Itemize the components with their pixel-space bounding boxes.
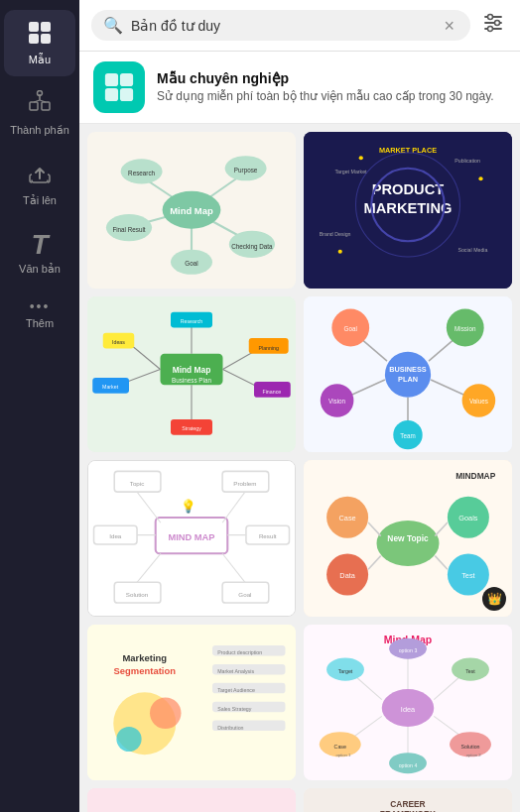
template-item-7[interactable]: Marketing Segmentation Product de <box>87 625 296 781</box>
van-ban-icon: T <box>31 231 48 259</box>
svg-text:Research: Research <box>181 318 203 324</box>
svg-text:Solution: Solution <box>126 591 149 598</box>
crown-badge-6: 👑 <box>482 587 506 611</box>
svg-rect-17 <box>105 88 118 101</box>
svg-rect-18 <box>120 88 133 101</box>
template-item-1[interactable]: Mind Map Research Purpose Final Result C… <box>87 132 296 289</box>
svg-rect-5 <box>30 102 38 110</box>
svg-text:Strategy: Strategy <box>182 425 201 431</box>
sidebar-item-van-ban[interactable]: T Văn bản <box>4 221 75 286</box>
svg-text:New Topic: New Topic <box>387 533 429 543</box>
svg-point-12 <box>488 15 493 20</box>
svg-line-104 <box>222 553 245 582</box>
promo-subtitle: Sử dụng miễn phí toàn bộ thư viện mẫu ca… <box>157 88 494 105</box>
svg-text:Marketing: Marketing <box>122 651 167 662</box>
svg-point-14 <box>488 27 493 32</box>
svg-text:option 2: option 2 <box>466 753 482 757</box>
svg-line-74 <box>350 380 385 396</box>
svg-text:Solution: Solution <box>461 743 480 749</box>
search-input[interactable]: Bản đồ tư duy <box>131 18 432 34</box>
svg-text:Idea: Idea <box>401 705 416 714</box>
svg-point-47 <box>338 250 342 254</box>
template-item-10[interactable]: CAREER FRAMEWORK Career Skills Goal Netw… <box>304 788 512 812</box>
svg-text:Business Plan: Business Plan <box>172 377 211 384</box>
sidebar-item-them[interactable]: ••• Thêm <box>4 290 75 339</box>
them-icon: ••• <box>30 299 51 313</box>
svg-line-51 <box>129 343 161 369</box>
svg-line-75 <box>431 380 465 396</box>
svg-text:PRODUCT: PRODUCT <box>372 181 445 197</box>
svg-text:Goals: Goals <box>458 514 477 522</box>
svg-text:MINDMAP: MINDMAP <box>455 471 495 481</box>
svg-text:Case: Case <box>334 743 346 749</box>
svg-rect-16 <box>120 73 133 86</box>
thanh-phan-icon <box>27 90 53 120</box>
svg-text:CAREER: CAREER <box>390 799 425 809</box>
svg-rect-1 <box>41 22 51 32</box>
svg-text:Finance: Finance <box>263 388 282 394</box>
promo-banner[interactable]: Mẫu chuyên nghiệp Sử dụng miễn phí toàn … <box>79 52 520 124</box>
svg-line-120 <box>368 556 381 570</box>
svg-text:Topic: Topic <box>130 480 145 487</box>
svg-point-109 <box>377 521 440 566</box>
tai-len-icon <box>27 161 53 190</box>
search-bar: 🔍 Bản đồ tư duy × <box>79 0 520 52</box>
svg-text:Values: Values <box>469 398 488 405</box>
template-item-4[interactable]: BUSINESS PLAN Goal Mission <box>304 296 512 453</box>
svg-text:Final Result: Final Result <box>112 226 145 233</box>
svg-rect-3 <box>41 34 51 44</box>
svg-text:Purpose: Purpose <box>234 167 258 174</box>
promo-icon <box>93 61 145 113</box>
svg-text:Goal: Goal <box>185 260 197 267</box>
svg-line-143 <box>350 716 382 739</box>
svg-text:Sales Strategy: Sales Strategy <box>217 706 252 712</box>
svg-text:option 4: option 4 <box>399 761 418 767</box>
svg-text:Segmentation: Segmentation <box>114 665 177 676</box>
svg-text:Data: Data <box>339 571 355 580</box>
sidebar: Mẫu Thành phần Tải lên <box>0 0 79 812</box>
template-grid-container: Mind Map Research Purpose Final Result C… <box>79 124 520 812</box>
svg-rect-6 <box>42 102 50 110</box>
svg-rect-2 <box>29 34 39 44</box>
search-input-wrapper[interactable]: 🔍 Bản đồ tư duy × <box>91 10 470 41</box>
svg-text:MARKETING: MARKETING <box>364 200 453 216</box>
svg-text:Product description: Product description <box>217 649 262 655</box>
clear-button[interactable]: × <box>440 17 458 35</box>
filter-button[interactable] <box>478 12 508 39</box>
svg-text:Publication: Publication <box>455 159 480 165</box>
svg-point-46 <box>478 176 482 180</box>
svg-rect-0 <box>29 22 39 32</box>
template-item-6[interactable]: MINDMAP New Topic Case Data Goals Test <box>304 460 512 617</box>
template-item-5[interactable]: MIND MAP Topic Problem Solution Goal <box>87 460 296 617</box>
sidebar-item-thanh-phan[interactable]: Thành phần <box>4 80 75 147</box>
sidebar-item-tai-len[interactable]: Tải lên <box>4 151 75 217</box>
svg-text:Brand Design: Brand Design <box>320 231 351 237</box>
svg-text:Vision: Vision <box>328 398 346 405</box>
svg-text:Problem: Problem <box>233 480 256 487</box>
svg-text:Case: Case <box>339 514 356 522</box>
template-item-8[interactable]: Mind Map Idea Target <box>304 625 512 781</box>
sidebar-label-mau: Mẫu <box>29 54 51 66</box>
sidebar-label-them: Thêm <box>26 317 54 329</box>
svg-text:option 3: option 3 <box>399 647 418 653</box>
mau-icon <box>27 20 53 50</box>
svg-text:Social Media: Social Media <box>457 247 487 253</box>
template-item-9[interactable]: Trend Social Market Tech Brand <box>87 788 296 812</box>
svg-point-127 <box>116 726 141 751</box>
svg-text:Result: Result <box>259 532 277 539</box>
sidebar-item-mau[interactable]: Mẫu <box>4 10 75 76</box>
svg-text:Team: Team <box>400 431 415 438</box>
svg-text:Market Analysis: Market Analysis <box>217 668 254 674</box>
svg-text:option 1: option 1 <box>335 753 351 757</box>
template-item-3[interactable]: Mind Map Business Plan Ideas Plann <box>87 296 296 453</box>
sidebar-label-van-ban: Văn bản <box>19 263 61 276</box>
svg-text:Test: Test <box>465 668 475 674</box>
svg-text:Goal: Goal <box>344 324 357 331</box>
svg-line-119 <box>368 522 381 536</box>
sidebar-label-thanh-phan: Thành phần <box>10 124 69 137</box>
svg-text:Market: Market <box>102 384 119 390</box>
template-item-2[interactable]: MARKET PLACE PRODUCT MARKETING Target Ma… <box>304 132 512 289</box>
sidebar-label-tai-len: Tải lên <box>23 194 57 207</box>
svg-text:Idea: Idea <box>109 532 122 539</box>
svg-text:💡: 💡 <box>181 499 196 515</box>
